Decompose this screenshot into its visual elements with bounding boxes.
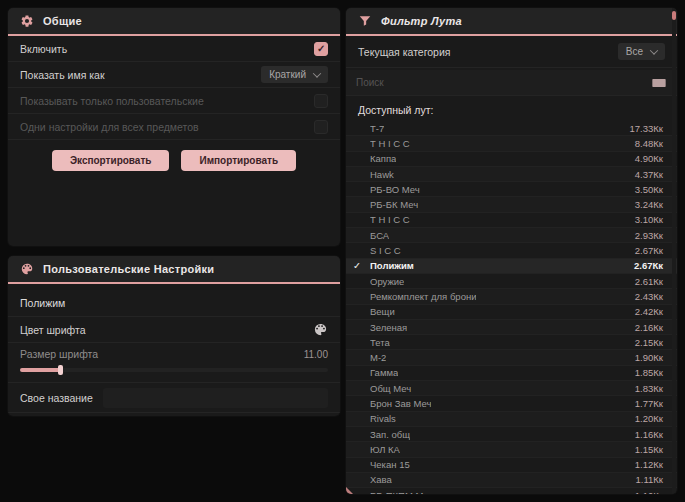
loot-list-item[interactable]: ✓ БСА 2.93Кк xyxy=(346,228,677,243)
loot-list-item[interactable]: ✓ Гамма 1.85Кк xyxy=(346,366,677,381)
selected-item-name-row: Полижим xyxy=(8,284,340,317)
loot-item-name: Зеленая xyxy=(370,322,407,333)
loot-item-value: 2.61Кк xyxy=(635,276,663,287)
selected-item-name: Полижим xyxy=(20,297,65,309)
check-icon: ✓ xyxy=(353,260,361,271)
loot-item-name: Хава xyxy=(370,474,392,485)
loot-item-name: Общ Меч xyxy=(370,383,411,394)
font-size-label: Размер шрифта xyxy=(20,348,98,360)
loot-item-name: РБ-ПКПМ Меч xyxy=(370,490,433,494)
resize-handle-icon[interactable] xyxy=(346,486,354,494)
loot-list-item[interactable]: ✓ РБ-ВО Меч 3.50Кк xyxy=(346,182,677,197)
loot-item-value: 1.90Кк xyxy=(635,352,663,363)
loot-list-item[interactable]: ✓ S І С С 2.67Кк xyxy=(346,243,677,258)
setting-row-category: Текущая категория Все xyxy=(346,36,677,68)
loot-item-value: 8.48Кк xyxy=(635,138,663,149)
loot-list-item[interactable]: ✓ ЮЛ КА 1.15Кк xyxy=(346,442,677,457)
setting-row-enable: Включить xyxy=(8,36,340,62)
loot-item-name: Hawk xyxy=(370,169,394,180)
panel-custom-settings-header: Пользовательские Настройки xyxy=(8,256,340,284)
loot-list-item[interactable]: ✓ М-2 1.90Кк xyxy=(346,350,677,365)
loot-list-item[interactable]: ✓ Вещи 2.42Кк xyxy=(346,305,677,320)
chevron-down-icon xyxy=(650,46,658,54)
loot-item-value: 1.15Кк xyxy=(635,444,663,455)
loot-list-item[interactable]: ✓ Брон Зав Меч 1.77Кк xyxy=(346,396,677,411)
font-size-slider[interactable] xyxy=(20,365,328,375)
setting-row-only-custom: Показывать только пользовательские xyxy=(8,88,340,114)
color-picker-icon[interactable] xyxy=(313,322,328,337)
loot-item-name: ЮЛ КА xyxy=(370,444,400,455)
setting-row-show-name: Показать имя как Краткий xyxy=(8,62,340,88)
loot-item-value: 2.42Кк xyxy=(635,306,663,317)
show-name-dropdown[interactable]: Краткий xyxy=(261,66,328,83)
loot-item-value: 1.20Кк xyxy=(635,413,663,424)
gear-icon xyxy=(20,14,34,28)
funnel-icon xyxy=(358,14,372,28)
scrollbar[interactable] xyxy=(672,8,676,494)
setting-row-custom-name: Свое название xyxy=(8,383,340,413)
loot-item-value: 2.67Кк xyxy=(634,260,663,271)
keyboard-icon[interactable] xyxy=(651,75,667,91)
setting-row-same-settings: Одни настройки для всех предметов xyxy=(8,114,340,140)
font-size-value: 11.00 xyxy=(304,349,328,360)
loot-list-item[interactable]: ✓ Hawk 4.37Кк xyxy=(346,167,677,182)
loot-list-item[interactable]: ✓ Каппа 4.90Кк xyxy=(346,152,677,167)
enable-checkbox[interactable] xyxy=(314,42,328,56)
loot-item-name: Т-7 xyxy=(370,123,384,134)
loot-list-item[interactable]: ✓ Тета 2.15Кк xyxy=(346,335,677,350)
loot-list-item[interactable]: ✓ Общ Меч 1.83Кк xyxy=(346,381,677,396)
only-custom-label: Показывать только пользовательские xyxy=(20,95,204,107)
only-custom-checkbox[interactable] xyxy=(314,94,328,108)
loot-list-item[interactable]: ✓ Хава 1.11Кк xyxy=(346,473,677,488)
custom-name-input[interactable] xyxy=(103,388,328,408)
loot-item-name: БСА xyxy=(370,230,389,241)
palette-icon xyxy=(20,262,34,276)
loot-list-item[interactable]: ✓ Чекан 15 1.12Кк xyxy=(346,458,677,473)
slider-handle[interactable] xyxy=(58,365,63,375)
loot-item-name: Каппа xyxy=(370,153,396,164)
loot-list-item[interactable]: ✓ Ремкомплект для брони 2.43Кк xyxy=(346,289,677,304)
search-row xyxy=(346,70,677,96)
loot-list-item[interactable]: ✓ Т Н І С С 3.10Кк xyxy=(346,213,677,228)
panel-general-header: Общие xyxy=(8,8,340,36)
search-input[interactable] xyxy=(356,77,651,88)
loot-list-item[interactable]: ✓ Оружие 2.61Кк xyxy=(346,274,677,289)
loot-list-item[interactable]: ✓ РБ-БК Меч 3.24Кк xyxy=(346,197,677,212)
loot-item-value: 2.15Кк xyxy=(635,337,663,348)
loot-list-item[interactable]: ✓ Полижим 2.67Кк xyxy=(346,259,677,274)
loot-list-item[interactable]: ✓ Зеленая 2.16Кк xyxy=(346,320,677,335)
scrollbar-thumb[interactable] xyxy=(672,11,676,20)
import-button[interactable]: Импортировать xyxy=(181,150,296,171)
loot-item-name: Полижим xyxy=(370,260,414,271)
export-button[interactable]: Экспортировать xyxy=(52,150,170,171)
loot-item-value: 2.16Кк xyxy=(635,322,663,333)
panel-custom-settings: Пользовательские Настройки Полижим Цвет … xyxy=(8,256,340,416)
loot-list-item[interactable]: ✓ Зап. общ 1.16Кк xyxy=(346,427,677,442)
panel-custom-settings-title: Пользовательские Настройки xyxy=(43,263,214,275)
loot-item-value: 2.67Кк xyxy=(635,245,663,256)
loot-list-item[interactable]: ✓ Т-7 17.33Кк xyxy=(346,121,677,136)
loot-item-name: М-2 xyxy=(370,352,386,363)
loot-item-name: Оружие xyxy=(370,276,404,287)
loot-item-name: Т Н І С С xyxy=(370,138,410,149)
loot-list-item[interactable]: ✓ РБ-ПКПМ Меч 1.10Кк xyxy=(346,488,677,494)
export-import-row: Экспортировать Импортировать xyxy=(8,140,340,171)
font-color-label: Цвет шрифта xyxy=(20,324,86,336)
loot-item-value: 1.11Кк xyxy=(636,474,663,485)
loot-list-item[interactable]: ✓ Rivals 1.20Кк xyxy=(346,412,677,427)
panel-general-title: Общие xyxy=(43,15,82,27)
custom-name-label: Свое название xyxy=(20,392,93,404)
loot-item-name: РБ-ВО Меч xyxy=(370,184,420,195)
loot-item-value: 1.83Кк xyxy=(635,383,663,394)
loot-item-value: 1.77Кк xyxy=(635,398,663,409)
loot-list: ✓ Т-7 17.33Кк ✓ Т Н І С С 8.48Кк ✓ Каппа… xyxy=(346,121,677,494)
loot-item-name: Чекан 15 xyxy=(370,459,410,470)
loot-item-name: Ремкомплект для брони xyxy=(370,291,476,302)
loot-item-name: РБ-БК Меч xyxy=(370,199,418,210)
loot-item-value: 3.50Кк xyxy=(635,184,663,195)
same-settings-checkbox[interactable] xyxy=(314,120,328,134)
category-dropdown[interactable]: Все xyxy=(618,43,665,60)
delete-row: Удалить xyxy=(8,413,340,416)
category-dropdown-value: Все xyxy=(626,46,643,57)
loot-list-item[interactable]: ✓ Т Н І С С 8.48Кк xyxy=(346,136,677,151)
